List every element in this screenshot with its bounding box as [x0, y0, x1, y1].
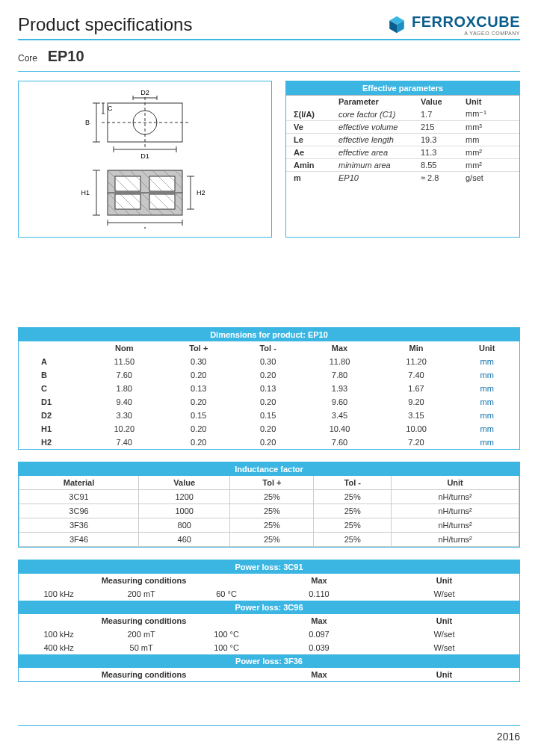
- params-title: Effective parameters: [286, 81, 519, 95]
- inductance-header-row: MaterialValue Tol +Tol - Unit: [19, 476, 519, 490]
- powerloss-header-row: Measuring conditionsMaxUnit: [19, 574, 519, 587]
- inductance-row: 3F4646025%25%nH/turns²: [19, 533, 519, 547]
- label-d2: D2: [140, 90, 149, 96]
- dimensions-row: H110.200.200.2010.4010.00mm: [19, 422, 519, 436]
- powerloss-group-title: Power loss: 3C96: [19, 601, 519, 614]
- footer-year: 2016: [497, 731, 520, 743]
- page-title: Product specifications: [18, 14, 192, 35]
- params-header-row: Parameter Value Unit: [286, 96, 519, 108]
- effective-parameters-table: Effective parameters Parameter Value Uni…: [285, 81, 520, 238]
- dimensions-row: D19.400.200.209.609.20mm: [19, 395, 519, 409]
- powerloss-header-row: Measuring conditionsMaxUnit: [19, 614, 519, 628]
- cube-icon: [386, 14, 407, 35]
- brand-logo: FERROXCUBE A YAGEO COMPANY: [386, 13, 520, 36]
- label-d1: D1: [140, 152, 149, 160]
- label-b: B: [85, 119, 90, 126]
- powerloss-row: 100 kHz200 mT100 °C0.097W/set: [19, 628, 519, 641]
- label-h2: H2: [197, 189, 205, 196]
- powerloss-header-row: Measuring conditionsMaxUnit: [19, 668, 519, 681]
- brand-name: FERROXCUBE: [412, 13, 520, 31]
- model-name: EP10: [48, 48, 84, 64]
- dimensions-row: C1.800.130.131.931.67mm: [19, 382, 519, 395]
- svg-rect-20: [149, 194, 175, 209]
- label-c: C: [108, 105, 113, 112]
- dimensions-row: A11.500.300.3011.8011.20mm: [19, 355, 519, 368]
- inductance-title: Inductance factor: [19, 462, 519, 476]
- params-row: Leeffective length19.3mm: [286, 134, 519, 146]
- params-row: Σ(I/A)core factor (C1)1.7mm⁻¹: [286, 108, 519, 121]
- params-row: Veeffective volume215mm³: [286, 121, 519, 134]
- label-a: A: [143, 226, 147, 229]
- svg-rect-17: [115, 176, 140, 191]
- powerloss-row: 400 kHz50 mT100 °C0.039W/set: [19, 641, 519, 654]
- dimensions-title: Dimensions for product: EP10: [19, 328, 519, 341]
- label-h1: H1: [81, 189, 90, 196]
- dimension-diagram: D2 B C D1: [18, 81, 272, 238]
- params-row: Aeeffective area11.3mm²: [286, 146, 519, 159]
- powerloss-table: Power loss: 3C91Measuring conditionsMaxU…: [18, 560, 520, 682]
- inductance-table: Inductance factor MaterialValue Tol +Tol…: [18, 462, 520, 548]
- dimensions-row: H27.400.200.207.607.20mm: [19, 436, 519, 449]
- dimensions-row: D23.300.150.153.453.15mm: [19, 409, 519, 422]
- powerloss-row: 100 kHz200 mT60 °C0.110W/set: [19, 587, 519, 601]
- powerloss-group-title: Power loss: 3F36: [19, 654, 519, 668]
- powerloss-group-title: Power loss: 3C91: [19, 560, 519, 574]
- params-row: mEP10≈ 2.8g/set: [286, 172, 519, 185]
- dimensions-row: B7.600.200.207.807.40mm: [19, 368, 519, 382]
- core-label: Core: [18, 53, 37, 63]
- inductance-row: 3C96100025%25%nH/turns²: [19, 504, 519, 518]
- dimensions-header-row: NomTol + Tol -Max MinUnit: [19, 341, 519, 355]
- inductance-row: 3C91120025%25%nH/turns²: [19, 490, 519, 504]
- params-row: Aminminimum area8.55mm²: [286, 159, 519, 172]
- inductance-row: 3F3680025%25%nH/turns²: [19, 518, 519, 533]
- brand-subtitle: A YAGEO COMPANY: [412, 31, 520, 36]
- dimensions-table: Dimensions for product: EP10 NomTol + To…: [18, 327, 520, 450]
